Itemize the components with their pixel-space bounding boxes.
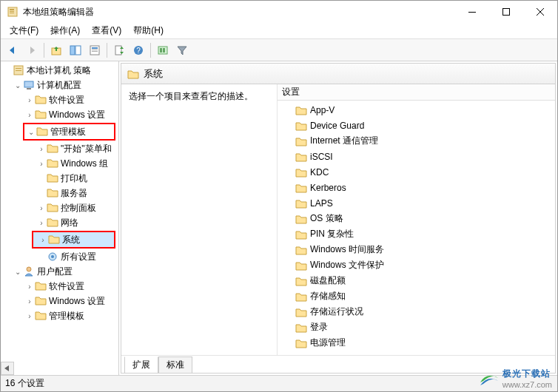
- tree-pane[interactable]: 本地计算机 策略 ⌄ 计算机配置 › 软件设置 › Windows 设置 ⌄: [1, 61, 119, 375]
- help-button[interactable]: ?: [130, 41, 147, 59]
- tree-label: 网络: [61, 217, 78, 229]
- tree-network[interactable]: › 网络: [1, 215, 118, 230]
- list-item[interactable]: Device Guard: [278, 118, 555, 133]
- expand-icon[interactable]: ›: [24, 111, 35, 119]
- folder-icon: [47, 217, 58, 229]
- svg-rect-20: [163, 48, 165, 53]
- collapse-icon[interactable]: ⌄: [13, 81, 23, 89]
- expand-icon[interactable]: ›: [36, 160, 47, 168]
- list-item[interactable]: 磁盘配额: [278, 273, 555, 288]
- description-panel: 选择一个项目来查看它的描述。: [121, 84, 277, 355]
- list-item[interactable]: Kerberos: [278, 180, 555, 195]
- folder-icon: [295, 167, 307, 178]
- list-item[interactable]: App-V: [278, 102, 555, 118]
- list-item-label: 存储运行状况: [310, 305, 363, 318]
- status-text: 16 个设置: [5, 377, 44, 390]
- tree-system[interactable]: › 系统: [33, 232, 114, 247]
- tree-windows-settings[interactable]: › Windows 设置: [1, 107, 118, 122]
- app-icon: [7, 6, 19, 18]
- folder-icon: [35, 295, 47, 307]
- settings-list[interactable]: 设置 App-VDevice GuardInternet 通信管理iSCSIKD…: [277, 84, 555, 355]
- tree-control-panel[interactable]: › 控制面板: [1, 200, 118, 215]
- tree-label: 软件设置: [49, 94, 84, 107]
- expand-icon[interactable]: ›: [36, 145, 47, 153]
- svg-rect-24: [24, 81, 33, 87]
- policy-root-icon: [13, 64, 24, 76]
- minimize-button[interactable]: [455, 1, 489, 23]
- tree-label: Windows 设置: [49, 109, 105, 121]
- menu-view[interactable]: 查看(V): [86, 23, 127, 38]
- details-tabs: 扩展 标准: [121, 355, 555, 373]
- list-item[interactable]: 存储运行状况: [278, 304, 555, 320]
- list-item[interactable]: 电源管理: [278, 335, 555, 351]
- tree-server[interactable]: 服务器: [1, 186, 118, 200]
- tree-software-settings[interactable]: › 软件设置: [1, 92, 118, 107]
- list-item[interactable]: PIN 复杂性: [278, 226, 555, 242]
- forward-button[interactable]: [23, 41, 41, 59]
- export-list-button[interactable]: [110, 41, 128, 59]
- expand-icon[interactable]: ›: [24, 297, 35, 305]
- window-title: 本地组策略编辑器: [23, 6, 455, 18]
- list-item[interactable]: OS 策略: [278, 211, 555, 226]
- filter-button[interactable]: [173, 41, 191, 59]
- tree-user-software[interactable]: › 软件设置: [1, 279, 118, 294]
- tree-start-menu[interactable]: › "开始"菜单和: [1, 141, 118, 156]
- menu-help[interactable]: 帮助(H): [127, 23, 169, 38]
- close-button[interactable]: [523, 1, 557, 23]
- expand-icon[interactable]: ›: [24, 312, 35, 320]
- tree-user-admin[interactable]: › 管理模板: [1, 308, 118, 323]
- folder-icon: [295, 245, 307, 255]
- show-hide-tree-button[interactable]: [67, 41, 84, 59]
- list-item[interactable]: Windows 文件保护: [278, 257, 555, 273]
- list-item-label: Kerberos: [310, 183, 346, 193]
- collapse-icon[interactable]: ⌄: [26, 128, 36, 136]
- properties-button[interactable]: [86, 41, 104, 59]
- details-header: 系统: [121, 64, 555, 84]
- svg-rect-19: [160, 48, 162, 53]
- tree-label: 软件设置: [49, 280, 84, 293]
- list-item-label: iSCSI: [310, 152, 333, 162]
- svg-rect-2: [10, 11, 14, 12]
- tree-user-config[interactable]: ⌄ 用户配置: [1, 264, 118, 279]
- tree-all-settings[interactable]: 所有设置: [1, 249, 118, 264]
- column-header-setting[interactable]: 设置: [278, 84, 555, 101]
- tab-extended[interactable]: 扩展: [124, 356, 158, 374]
- expand-icon[interactable]: ›: [24, 96, 35, 104]
- policy-settings-button[interactable]: [154, 41, 172, 59]
- user-icon: [23, 266, 35, 277]
- tab-standard[interactable]: 标准: [158, 356, 192, 374]
- expand-icon[interactable]: ›: [38, 236, 48, 244]
- menu-action[interactable]: 操作(A): [44, 23, 86, 38]
- back-button[interactable]: [4, 41, 21, 59]
- hscroll-left-button[interactable]: [1, 362, 14, 375]
- up-folder-button[interactable]: [47, 41, 65, 59]
- maximize-button[interactable]: [489, 1, 523, 23]
- list-item[interactable]: 存储感知: [278, 288, 555, 304]
- list-item[interactable]: Windows 时间服务: [278, 242, 555, 257]
- folder-icon: [295, 307, 307, 317]
- svg-rect-25: [27, 88, 31, 89]
- tree-admin-templates[interactable]: ⌄ 管理模板: [24, 124, 114, 139]
- settings-icon: [47, 251, 58, 263]
- tree-root[interactable]: 本地计算机 策略: [1, 63, 118, 78]
- list-item[interactable]: KDC: [278, 164, 555, 180]
- list-item[interactable]: iSCSI: [278, 149, 555, 164]
- app-window: 本地组策略编辑器 文件(F) 操作(A) 查看(V) 帮助(H) ?: [0, 0, 558, 392]
- menu-file[interactable]: 文件(F): [4, 23, 44, 38]
- tree-label: 计算机配置: [37, 79, 81, 92]
- expand-icon[interactable]: ›: [24, 283, 35, 291]
- tree-label: 系统: [62, 234, 80, 246]
- list-item-label: PIN 复杂性: [310, 228, 354, 240]
- expand-icon[interactable]: ›: [36, 204, 47, 212]
- list-item[interactable]: Internet 通信管理: [278, 133, 555, 149]
- expand-icon[interactable]: ›: [36, 219, 47, 227]
- tree-user-windows[interactable]: › Windows 设置: [1, 294, 118, 308]
- tree-computer-config[interactable]: ⌄ 计算机配置: [1, 78, 118, 92]
- list-item[interactable]: 登录: [278, 320, 555, 335]
- collapse-icon[interactable]: ⌄: [13, 268, 23, 276]
- toolbar: ?: [1, 39, 557, 61]
- tree-windows-components[interactable]: › Windows 组: [1, 156, 118, 171]
- tree-printers[interactable]: 打印机: [1, 171, 118, 186]
- folder-icon: [47, 202, 58, 214]
- list-item[interactable]: LAPS: [278, 195, 555, 211]
